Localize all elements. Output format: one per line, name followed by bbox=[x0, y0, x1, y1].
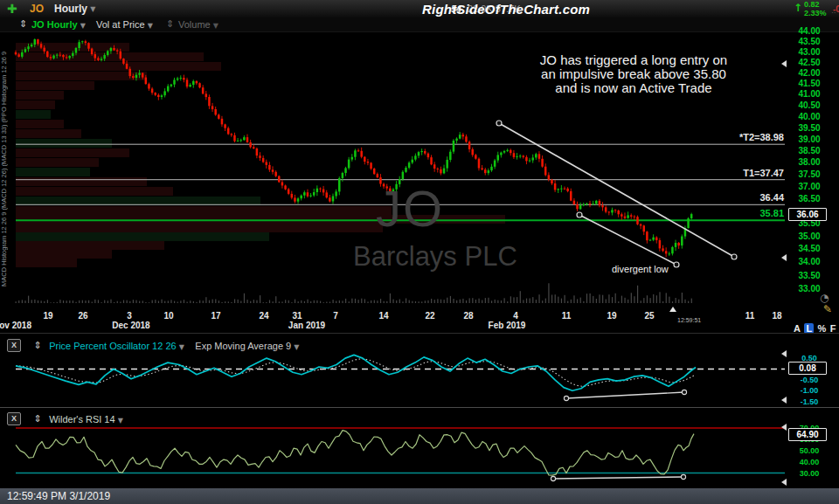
rsi-tick-label: 40.00 bbox=[792, 458, 827, 466]
rsi-panel-header: X ⇕ Wilder's RSI 14 ▼ bbox=[7, 411, 123, 426]
ppo-tick-label: -1.00 bbox=[792, 386, 827, 395]
price-tick-label: 37.00 bbox=[790, 182, 829, 191]
price-tick-label: 39.50 bbox=[790, 123, 829, 133]
price-tick-label: 37.50 bbox=[790, 169, 829, 179]
price-tick-label: 41.00 bbox=[790, 89, 829, 99]
trade-note-line: an impulsive break above 35.80 bbox=[522, 67, 745, 81]
volume-overlay-label: Volume bbox=[178, 19, 211, 30]
ppo-tick-label: -0.50 bbox=[792, 376, 827, 384]
ppo-value-box: 0.08 bbox=[788, 362, 827, 375]
date-tick-day: 25 bbox=[644, 311, 654, 321]
date-tick-day: 11 bbox=[562, 311, 572, 321]
axis-marker-arrow-icon bbox=[781, 479, 787, 486]
date-tick-month: Nov 2018 bbox=[0, 321, 31, 330]
price-tick-label: 38.00 bbox=[790, 157, 829, 167]
date-tick-day: 31 bbox=[292, 311, 302, 321]
change-up-arrow-icon: ↑ bbox=[794, 2, 802, 14]
price-tick-label: 38.50 bbox=[790, 146, 829, 155]
timeframe-label: Hourly bbox=[54, 3, 87, 15]
time-cursor-icon[interactable] bbox=[669, 307, 676, 312]
ppo-line bbox=[16, 355, 696, 390]
date-tick-month: Feb 2019 bbox=[489, 321, 526, 330]
vol-at-price-dropdown[interactable]: Vol at Price ▼ bbox=[96, 19, 153, 30]
trade-note-annotation[interactable]: JO has triggered a long entry on an impu… bbox=[522, 53, 745, 95]
price-level-label[interactable]: T1=37.47 bbox=[743, 168, 784, 178]
symbol-watermark: JO bbox=[376, 179, 444, 238]
rsi-line bbox=[16, 431, 694, 476]
chart-header-toolbar: ⇕ JO Hourly ▼ Vol at Price ▼ ⇕ Volume ▼ bbox=[0, 17, 839, 32]
rsi-divergence-trendline bbox=[553, 477, 683, 479]
date-tick-day: 22 bbox=[425, 311, 434, 321]
price-level-label[interactable]: *T2=38.98 bbox=[739, 132, 784, 142]
reorder-arrows-icon[interactable]: ⇕ bbox=[19, 18, 27, 30]
date-tick-day: 18 bbox=[772, 311, 781, 321]
chevron-down-icon: ▼ bbox=[213, 22, 218, 30]
chevron-down-icon: ▼ bbox=[90, 5, 95, 13]
date-tick-day: 14 bbox=[378, 311, 388, 321]
price-tick-label: 43.50 bbox=[790, 37, 829, 46]
last-bar-time-label: 12:59:51 bbox=[677, 317, 701, 323]
reorder-arrows-icon[interactable]: ⇕ bbox=[166, 18, 174, 30]
divergent-low-label[interactable]: divergent low bbox=[612, 264, 669, 274]
site-watermark: RightSideOfTheChart.com bbox=[422, 2, 590, 17]
ppo-indicator-dropdown[interactable]: Price Percent Oscillator 12 26 ▼ bbox=[49, 341, 184, 351]
timeframe-dropdown[interactable]: Hourly ▼ bbox=[54, 3, 96, 15]
price-tick-label: 43.00 bbox=[790, 47, 829, 57]
trade-note-line: JO has triggered a long entry on bbox=[522, 53, 745, 67]
date-tick-day: 17 bbox=[211, 311, 220, 321]
chart-label: JO Hourly bbox=[31, 19, 78, 30]
rsi-axis[interactable]: 70.0060.0050.0040.0030.00 bbox=[787, 407, 839, 488]
date-tick-day: 19 bbox=[607, 311, 616, 321]
price-tick-label: 36.50 bbox=[790, 194, 829, 204]
price-axis[interactable]: 44.0043.5043.0042.5042.0041.5041.0040.50… bbox=[787, 31, 839, 306]
price-level-label[interactable]: 35.81 bbox=[759, 208, 784, 218]
price-tick-label: 44.00 bbox=[790, 26, 829, 36]
axis-marker-arrow-icon bbox=[781, 424, 787, 431]
chevron-down-icon: ▼ bbox=[179, 342, 184, 350]
rsi-chart-canvas[interactable] bbox=[0, 407, 839, 488]
price-tick-label: 41.50 bbox=[790, 79, 829, 88]
trendline-channel[interactable] bbox=[496, 121, 737, 267]
clock-timestamp: 12:59:49 PM 3/1/2019 bbox=[7, 490, 110, 502]
price-tick-label: 33.50 bbox=[790, 271, 829, 280]
chevron-down-icon: ▼ bbox=[80, 22, 86, 30]
date-axis[interactable]: 1926310172431714222841119251118Nov 2018D… bbox=[0, 306, 839, 334]
close-panel-button[interactable]: X bbox=[7, 339, 21, 352]
chart-application-window: ✚ JO Hourly ▼ 54 22.0K 37.7K RightSideOf… bbox=[0, 0, 839, 504]
close-panel-button[interactable]: X bbox=[7, 412, 21, 425]
price-level-label[interactable]: 36.44 bbox=[759, 192, 784, 203]
chevron-down-icon: ▼ bbox=[118, 416, 123, 424]
ema-indicator-dropdown[interactable]: Exp Moving Average 9 ▼ bbox=[195, 341, 299, 351]
rsi-value-box: 64.90 bbox=[788, 428, 827, 441]
price-tick-label: 35.00 bbox=[790, 231, 829, 241]
date-tick-month: Dec 2018 bbox=[112, 321, 149, 330]
ppo-title: Price Percent Oscillator 12 26 bbox=[49, 341, 177, 351]
date-tick-day: 26 bbox=[78, 311, 87, 321]
axis-marker-arrow-icon bbox=[781, 350, 787, 357]
price-tick-label: 42.00 bbox=[790, 68, 829, 78]
date-tick-day: 11 bbox=[745, 311, 755, 321]
date-tick-day: 7 bbox=[333, 311, 338, 321]
reorder-arrows-icon[interactable]: ⇕ bbox=[33, 340, 41, 351]
clock-tool-icon[interactable]: ◔ bbox=[820, 292, 829, 304]
rsi-tick-label: 30.00 bbox=[792, 469, 827, 478]
date-tick-day: 3 bbox=[127, 311, 132, 321]
rsi-title: Wilder's RSI 14 bbox=[49, 414, 114, 425]
volume-layer bbox=[16, 283, 692, 303]
chart-label-dropdown[interactable]: JO Hourly ▼ bbox=[31, 19, 86, 30]
price-tick-label: 34.00 bbox=[790, 257, 829, 266]
ema-title: Exp Moving Average 9 bbox=[195, 341, 291, 351]
date-tick-month: Jan 2019 bbox=[288, 321, 325, 330]
price-tick-label: 39.00 bbox=[790, 135, 829, 144]
symbol-ticker[interactable]: JO bbox=[30, 3, 44, 15]
chevron-down-icon: ▼ bbox=[294, 342, 299, 350]
rsi-indicator-dropdown[interactable]: Wilder's RSI 14 ▼ bbox=[49, 414, 123, 425]
axis-marker-arrow-icon bbox=[781, 397, 787, 404]
reorder-arrows-icon[interactable]: ⇕ bbox=[33, 413, 41, 425]
date-tick-day: 24 bbox=[259, 311, 268, 321]
top-toolbar: ✚ JO Hourly ▼ 54 22.0K 37.7K RightSideOf… bbox=[0, 0, 839, 17]
axis-marker-arrow-icon bbox=[781, 60, 787, 67]
volume-overlay-dropdown[interactable]: Volume ▼ bbox=[178, 19, 218, 30]
company-watermark: Barclays PLC bbox=[353, 241, 517, 273]
add-symbol-icon[interactable]: ✚ bbox=[7, 2, 17, 16]
